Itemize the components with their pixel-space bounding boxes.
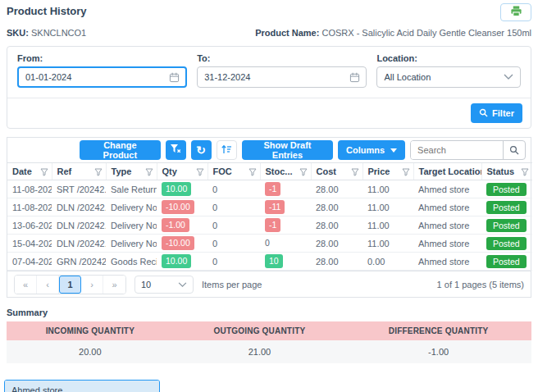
- to-label: To:: [197, 53, 367, 63]
- cell-date: 11-08-2024: [7, 180, 52, 198]
- grid-search-button[interactable]: [503, 141, 525, 159]
- stock-badge: -11: [265, 200, 285, 214]
- sku-label: SKU:: [7, 28, 29, 38]
- column-header-status[interactable]: Status: [481, 163, 532, 180]
- status-badge[interactable]: Posted: [486, 255, 527, 268]
- grid-search-box: [410, 140, 526, 160]
- from-date-field: From:: [17, 53, 187, 88]
- filter-funnel-icon[interactable]: [145, 168, 153, 178]
- chevron-down-icon: [178, 280, 187, 289]
- status-badge[interactable]: Posted: [486, 201, 527, 214]
- location-field: Location: All Location: [376, 53, 521, 88]
- filter-funnel-icon[interactable]: [94, 168, 103, 178]
- product-meta-row: SKU: SKNCLNCO1 Product Name: COSRX - Sal…: [0, 21, 538, 43]
- filter-button[interactable]: Filter: [471, 103, 522, 123]
- summary-header-difference: DIFFERENCE QUANTITY: [345, 321, 531, 340]
- cell-qty: -10.00: [157, 198, 207, 217]
- cell-foc: 0: [207, 235, 260, 253]
- cell-qty: 10.00: [157, 180, 207, 198]
- column-header-target-location[interactable]: Target Location: [413, 163, 481, 180]
- qty-badge: -10.00: [162, 200, 194, 214]
- sort-button[interactable]: [217, 140, 237, 160]
- prev-page-button[interactable]: ‹: [37, 276, 59, 294]
- from-date-input[interactable]: [19, 72, 162, 82]
- column-header-cost[interactable]: Cost: [311, 163, 362, 180]
- cell-target-location: Ahmed store: [413, 217, 481, 235]
- stock-badge: 0: [265, 236, 270, 250]
- summary-header-incoming: INCOMING QUANTITY: [7, 321, 174, 340]
- sort-icon: [221, 144, 232, 157]
- calendar-icon[interactable]: [343, 72, 366, 83]
- cell-cost: 28.00: [311, 217, 362, 235]
- qty-badge: -10.00: [162, 236, 194, 250]
- filter-funnel-icon[interactable]: [402, 168, 410, 178]
- cell-foc: 0: [207, 180, 260, 198]
- cell-stock: -1: [260, 180, 311, 198]
- column-header-foc[interactable]: FOC: [207, 163, 260, 180]
- product-name-field: Product Name: COSRX - Salicylic Acid Dai…: [255, 28, 531, 38]
- cell-type: Sale Return: [106, 180, 157, 198]
- cell-target-location: Ahmed store: [413, 198, 481, 217]
- clear-filter-button[interactable]: [166, 140, 186, 160]
- location-stock-card: Ahmed store Qty: -1.00 Avg Cost: 28.00 L…: [4, 380, 160, 392]
- column-header-ref[interactable]: Ref: [52, 163, 106, 180]
- column-header-type[interactable]: Type: [106, 163, 157, 180]
- table-row[interactable]: 11-08-2024 SRT /20242... Sale Return 10.…: [7, 180, 532, 198]
- to-date-field: To:: [197, 53, 367, 88]
- cell-price: 11.00: [362, 198, 413, 217]
- column-header-qty[interactable]: Qty: [157, 163, 207, 180]
- next-page-button[interactable]: ›: [81, 276, 103, 294]
- to-date-input[interactable]: [198, 72, 343, 82]
- page-title: Product History: [7, 3, 87, 17]
- location-select[interactable]: All Location: [376, 66, 521, 88]
- summary-value-row: 20.00 21.00 -1.00: [7, 340, 531, 363]
- page-size-select[interactable]: 10: [134, 276, 194, 294]
- product-name-label: Product Name:: [255, 28, 319, 38]
- print-button[interactable]: [500, 3, 531, 21]
- table-row[interactable]: 07-04-2024 GRN /20242... Goods Recieved …: [7, 253, 532, 271]
- table-row[interactable]: 15-04-2024 DLN /20242... Delivery Note -…: [7, 235, 532, 253]
- cell-ref: SRT /20242...: [52, 180, 106, 198]
- columns-dropdown-button[interactable]: Columns: [338, 140, 405, 160]
- refresh-icon: ↻: [196, 144, 206, 156]
- cell-type: Delivery Note: [106, 235, 157, 253]
- status-badge[interactable]: Posted: [486, 219, 527, 232]
- column-header-stock[interactable]: Stoc...: [260, 163, 311, 180]
- first-page-button[interactable]: «: [15, 276, 37, 294]
- filter-funnel-icon[interactable]: [196, 168, 204, 178]
- change-product-button[interactable]: Change Product: [80, 140, 161, 160]
- filter-funnel-icon[interactable]: [521, 168, 529, 178]
- cell-price: 11.00: [362, 217, 413, 235]
- status-badge[interactable]: Posted: [486, 183, 527, 196]
- summary-difference-value: -1.00: [345, 340, 531, 363]
- summary-outgoing-value: 21.00: [174, 340, 346, 363]
- cell-price: 0.00: [362, 253, 413, 271]
- sku-value: SKNCLNCO1: [31, 28, 86, 38]
- column-header-date[interactable]: Date: [7, 163, 52, 180]
- filter-funnel-icon[interactable]: [248, 168, 257, 178]
- filter-funnel-icon[interactable]: [40, 168, 48, 178]
- page: Product History SKU: SKNCLNCO1 Product N…: [0, 0, 538, 392]
- cell-cost: 28.00: [311, 235, 362, 253]
- pagination-info: 1 of 1 pages (5 items): [437, 280, 524, 289]
- qty-badge: 10.00: [162, 254, 191, 268]
- grid-search-input[interactable]: [411, 141, 503, 159]
- filter-funnel-icon[interactable]: [299, 168, 308, 178]
- cell-qty: -1.00: [157, 217, 207, 235]
- from-date-input-wrap: [17, 66, 187, 88]
- filter-funnel-icon[interactable]: [351, 168, 359, 178]
- show-draft-entries-button[interactable]: Show Draft Entries: [242, 140, 333, 160]
- cell-date: 13-06-2024: [7, 217, 52, 235]
- status-badge[interactable]: Posted: [486, 237, 527, 250]
- cell-type: Delivery Note: [106, 198, 157, 217]
- table-row[interactable]: 13-06-2024 DLN /20242... Delivery Note -…: [7, 217, 532, 235]
- location-label: Location:: [376, 53, 521, 63]
- last-page-button[interactable]: »: [103, 276, 125, 294]
- column-header-price[interactable]: Price: [362, 163, 413, 180]
- calendar-icon[interactable]: [162, 72, 185, 83]
- table-row[interactable]: 11-08-2024 DLN /20242... Delivery Note -…: [7, 198, 532, 217]
- current-page-button[interactable]: 1: [59, 276, 81, 294]
- summary-label: Summary: [7, 308, 531, 317]
- refresh-button[interactable]: ↻: [191, 140, 212, 160]
- grid-toolbar: Change Product ↻ Show Draft Entries Colu…: [7, 138, 531, 162]
